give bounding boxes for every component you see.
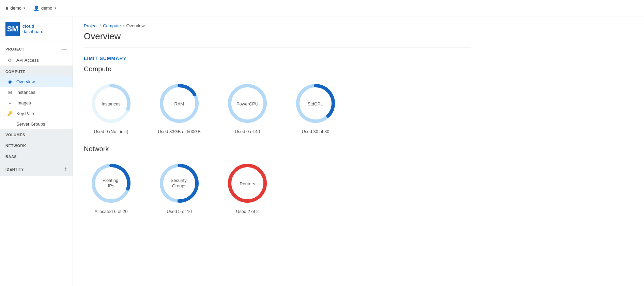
svg-text:Instances: Instances (102, 101, 121, 106)
sidebar-logo: SM cloud dashboard (0, 16, 73, 42)
gauge-label-ram: Used 83GB of 500GB (158, 129, 201, 134)
svg-text:PowerCPU: PowerCPU (236, 101, 258, 106)
breadcrumb-current: Overview (126, 23, 144, 28)
gauge-card-security-groups: Security Groups Used 5 of 10 (152, 161, 206, 214)
project-menu[interactable]: ■ demo ▾ (5, 5, 25, 11)
user-label: demo (41, 5, 52, 11)
sidebar-project-header[interactable]: PROJECT — (0, 42, 73, 55)
overview-label: Overview (16, 79, 35, 84)
gauge-card-instances: Instances Used 9 (No Limit) (84, 81, 138, 134)
gauge-label-routers: Used 2 of 2 (236, 209, 259, 214)
images-icon: ≡ (7, 100, 13, 105)
keypairs-label: Key Pairs (16, 111, 35, 116)
identity-label: IDENTITY (5, 167, 24, 171)
svg-text:Security
        Groups: Security Groups (171, 178, 188, 188)
breadcrumb-sep1: / (99, 23, 101, 28)
user-icon: 👤 (33, 5, 39, 11)
main-content: Project / Compute / Overview Overview LI… (73, 16, 644, 286)
gauge-svg-stdcpu: StdCPU (293, 81, 338, 126)
topbar: ■ demo ▾ 👤 demo ▾ (0, 0, 644, 16)
sidebar-item-api-access[interactable]: ⚙ API Access (0, 55, 73, 66)
gauge-svg-floating-ips: Floating IPs (89, 161, 133, 205)
svg-text:Floating
        IPs: Floating IPs (103, 178, 120, 188)
gauge-card-ram: RAM Used 83GB of 500GB (152, 81, 206, 134)
sidebar-identity-header[interactable]: IDENTITY + (0, 162, 73, 176)
network-gauges-row: Floating IPs Allocated 6 of 20 Security … (84, 161, 471, 214)
sidebar: SM cloud dashboard PROJECT — ⚙ API Acces… (0, 16, 73, 286)
sidebar-network-header[interactable]: NETWORK (0, 140, 73, 151)
logo-text: cloud dashboard (22, 24, 43, 34)
svg-text:StdCPU: StdCPU (308, 101, 324, 106)
project-icon: ■ (5, 5, 8, 11)
sidebar-item-overview[interactable]: ◉ Overview (0, 76, 73, 87)
gauge-label-floating-ips: Allocated 6 of 20 (95, 209, 128, 214)
gauge-card-powercpu: PowerCPU Used 0 of 40 (220, 81, 275, 134)
volumes-label: VOLUMES (5, 133, 25, 137)
network-subtitle: Network (84, 145, 471, 153)
gauge-svg-powercpu: PowerCPU (225, 81, 270, 126)
sidebar-compute-header[interactable]: COMPUTE (0, 66, 73, 76)
gauge-card-routers: Routers Used 2 of 2 (220, 161, 275, 214)
gauge-label-security-groups: Used 5 of 10 (167, 209, 192, 214)
project-label: demo (10, 5, 21, 11)
sidebar-item-images[interactable]: ≡ Images (0, 98, 73, 108)
overview-icon: ◉ (7, 79, 13, 84)
baas-label: BAAS (5, 155, 17, 159)
sidebar-volumes-header[interactable]: VOLUMES (0, 129, 73, 140)
gauge-svg-security-groups: Security Groups (157, 161, 201, 205)
logo-icon: SM (5, 22, 20, 36)
project-arrow: ▾ (24, 6, 25, 10)
gauge-label-stdcpu: Used 30 of 80 (302, 129, 329, 134)
gauge-label-instances: Used 9 (No Limit) (94, 129, 128, 134)
instances-label: Instances (16, 90, 35, 95)
gauge-card-floating-ips: Floating IPs Allocated 6 of 20 (84, 161, 138, 214)
sidebar-item-keypairs[interactable]: 🔑 Key Pairs (0, 108, 73, 119)
instances-icon: ⊞ (7, 90, 13, 95)
page-title: Overview (84, 31, 471, 42)
sidebar-project-label: PROJECT (5, 47, 24, 51)
identity-expand-icon: + (63, 166, 67, 173)
svg-text:RAM: RAM (174, 101, 184, 106)
collapse-icon: — (62, 46, 67, 52)
limit-summary-label: LIMIT SUMMARY (84, 56, 471, 61)
title-divider (84, 47, 471, 47)
svg-text:Routers: Routers (240, 181, 255, 186)
servergroups-label: Server Groups (16, 121, 45, 127)
sidebar-item-instances[interactable]: ⊞ Instances (0, 87, 73, 98)
api-access-label: API Access (16, 58, 39, 63)
gauge-card-stdcpu: StdCPU Used 30 of 80 (288, 81, 343, 134)
sidebar-item-servergroups[interactable]: Server Groups (0, 119, 73, 129)
keypairs-icon: 🔑 (7, 111, 13, 116)
images-label: Images (16, 100, 31, 105)
compute-gauges-row: Instances Used 9 (No Limit) RAM Used 83G… (84, 81, 471, 134)
breadcrumb-compute[interactable]: Compute (103, 23, 121, 28)
user-menu[interactable]: 👤 demo ▾ (33, 5, 56, 11)
network-label: NETWORK (5, 144, 26, 148)
gauge-svg-ram: RAM (157, 81, 201, 126)
gauge-label-powercpu: Used 0 of 40 (235, 129, 260, 134)
breadcrumb-sep2: / (123, 23, 124, 28)
gauge-svg-instances: Instances (89, 81, 133, 126)
user-arrow: ▾ (55, 6, 56, 10)
breadcrumb-project[interactable]: Project (84, 23, 97, 28)
sidebar-baas-header[interactable]: BAAS (0, 151, 73, 162)
compute-subtitle: Compute (84, 65, 471, 73)
breadcrumb: Project / Compute / Overview (84, 23, 471, 28)
api-icon: ⚙ (7, 58, 13, 63)
gauge-svg-routers: Routers (225, 161, 270, 205)
sidebar-compute-label: COMPUTE (5, 70, 26, 74)
